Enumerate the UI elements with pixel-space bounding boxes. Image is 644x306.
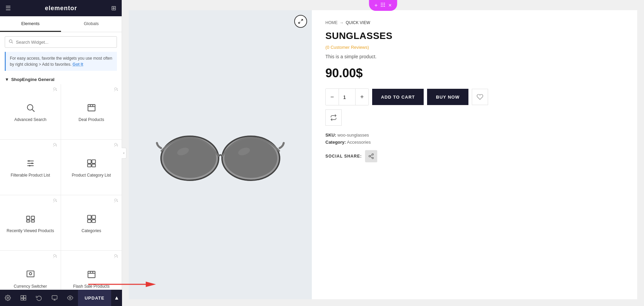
currency-switcher-label: Currency Switcher bbox=[14, 284, 47, 289]
svg-point-73 bbox=[369, 156, 371, 157]
layers-toolbar-button[interactable] bbox=[16, 290, 31, 306]
svg-point-3 bbox=[56, 88, 57, 89]
update-button[interactable]: UPDATE bbox=[78, 290, 111, 306]
svg-point-30 bbox=[117, 200, 118, 200]
svg-rect-19 bbox=[87, 160, 91, 163]
elementor-logo: elementor bbox=[45, 5, 77, 12]
svg-rect-41 bbox=[88, 271, 95, 278]
category-value: Accessories bbox=[347, 140, 371, 145]
settings-toolbar-button[interactable] bbox=[0, 290, 16, 306]
svg-rect-26 bbox=[31, 216, 34, 219]
svg-rect-34 bbox=[92, 220, 96, 222]
breadcrumb-current: QUICK VIEW bbox=[346, 20, 370, 25]
hamburger-icon[interactable]: ☰ bbox=[5, 4, 11, 12]
svg-point-53 bbox=[381, 3, 382, 3]
expand-image-button[interactable] bbox=[294, 15, 307, 28]
quantity-input[interactable]: 1 bbox=[339, 89, 356, 105]
svg-rect-32 bbox=[92, 215, 96, 219]
widget-badge bbox=[114, 198, 119, 204]
search-box[interactable] bbox=[5, 36, 117, 48]
widget-badge bbox=[53, 198, 58, 204]
top-float-bar: + × bbox=[369, 0, 397, 11]
widget-advanced-search[interactable]: Advanced Search bbox=[0, 84, 61, 139]
tab-globals[interactable]: Globals bbox=[61, 16, 122, 32]
widget-badge bbox=[114, 253, 119, 260]
widget-product-category-list[interactable]: Product Category List bbox=[61, 140, 122, 195]
quantity-increase-button[interactable]: + bbox=[356, 89, 368, 105]
svg-rect-20 bbox=[92, 160, 96, 163]
quantity-decrease-button[interactable]: − bbox=[326, 89, 339, 105]
product-image bbox=[156, 107, 285, 202]
section-title-text: ShopEngine General bbox=[11, 77, 55, 82]
search-input[interactable] bbox=[16, 40, 113, 45]
svg-point-38 bbox=[29, 272, 32, 275]
svg-point-50 bbox=[69, 297, 71, 299]
svg-point-0 bbox=[9, 40, 12, 42]
product-category: Category: Accessories bbox=[325, 140, 624, 145]
widget-categories[interactable]: Categories bbox=[61, 195, 122, 250]
info-banner-text: For easy access, favorite the widgets yo… bbox=[10, 56, 112, 67]
widget-deal-products[interactable]: Deal Products bbox=[61, 84, 122, 139]
widget-recently-viewed[interactable]: Recently Viewed Products bbox=[0, 195, 61, 250]
svg-point-23 bbox=[54, 199, 56, 201]
svg-point-6 bbox=[115, 88, 117, 90]
recently-viewed-icon bbox=[26, 214, 35, 226]
svg-rect-28 bbox=[31, 220, 34, 222]
svg-point-39 bbox=[115, 254, 117, 257]
grid-icon[interactable]: ⊞ bbox=[111, 4, 116, 12]
widget-filterable-product-list[interactable]: Filterable Product List bbox=[0, 140, 61, 195]
svg-rect-37 bbox=[27, 271, 34, 277]
social-share-row: SOCIAL SHARE: bbox=[325, 150, 624, 162]
svg-point-15 bbox=[31, 162, 33, 164]
svg-rect-45 bbox=[21, 299, 23, 300]
social-share-icon[interactable] bbox=[365, 150, 377, 162]
svg-point-61 bbox=[384, 6, 385, 6]
toolbar-chevron-icon[interactable]: ▲ bbox=[111, 295, 122, 301]
add-section-button[interactable]: + bbox=[375, 2, 378, 8]
svg-point-7 bbox=[117, 88, 118, 89]
wishlist-button[interactable] bbox=[472, 89, 488, 105]
breadcrumb-home[interactable]: HOME bbox=[325, 20, 338, 25]
sku-label: SKU: bbox=[325, 132, 336, 138]
responsive-toolbar-button[interactable] bbox=[47, 290, 62, 306]
sidebar: ☰ elementor ⊞ Elements Globals For easy … bbox=[0, 0, 122, 306]
compare-button[interactable] bbox=[325, 109, 342, 126]
svg-rect-43 bbox=[21, 295, 23, 298]
main-area: + × bbox=[122, 0, 644, 306]
svg-marker-52 bbox=[146, 282, 156, 287]
filterable-list-icon bbox=[26, 159, 35, 170]
svg-point-74 bbox=[372, 157, 374, 159]
close-section-button[interactable]: × bbox=[388, 2, 391, 8]
categories-icon bbox=[87, 214, 96, 226]
widget-badge bbox=[53, 142, 58, 149]
svg-point-72 bbox=[372, 154, 374, 156]
svg-rect-21 bbox=[87, 164, 91, 167]
tab-elements[interactable]: Elements bbox=[0, 16, 61, 32]
sidebar-collapse-button[interactable]: ‹ bbox=[122, 148, 126, 159]
move-section-button[interactable] bbox=[380, 2, 386, 9]
product-reviews[interactable]: (0 Customer Reviews) bbox=[325, 45, 624, 50]
svg-line-76 bbox=[370, 155, 372, 156]
svg-rect-8 bbox=[88, 104, 95, 111]
svg-point-17 bbox=[115, 143, 117, 146]
svg-point-58 bbox=[384, 4, 385, 5]
category-label: Category: bbox=[325, 140, 346, 145]
svg-point-55 bbox=[384, 3, 385, 3]
quantity-control: − 1 + bbox=[325, 88, 369, 105]
deal-products-icon bbox=[87, 103, 96, 115]
add-to-cart-button[interactable]: ADD TO CART bbox=[372, 89, 424, 105]
social-share-label: SOCIAL SHARE: bbox=[325, 154, 362, 159]
bottom-toolbar: UPDATE ▲ bbox=[0, 290, 122, 306]
history-toolbar-button[interactable] bbox=[31, 290, 47, 306]
buy-now-button[interactable]: BUY NOW bbox=[427, 89, 468, 105]
svg-point-4 bbox=[27, 104, 33, 110]
preview-toolbar-button[interactable] bbox=[62, 290, 78, 306]
svg-line-1 bbox=[12, 42, 13, 43]
breadcrumb-arrow: → bbox=[340, 20, 344, 25]
svg-point-36 bbox=[56, 255, 57, 256]
section-title: ▼ ShopEngine General bbox=[0, 74, 122, 84]
product-category-icon bbox=[87, 159, 96, 170]
svg-line-75 bbox=[370, 157, 372, 158]
got-it-link[interactable]: Got It bbox=[73, 62, 83, 67]
widget-badge bbox=[114, 87, 119, 93]
